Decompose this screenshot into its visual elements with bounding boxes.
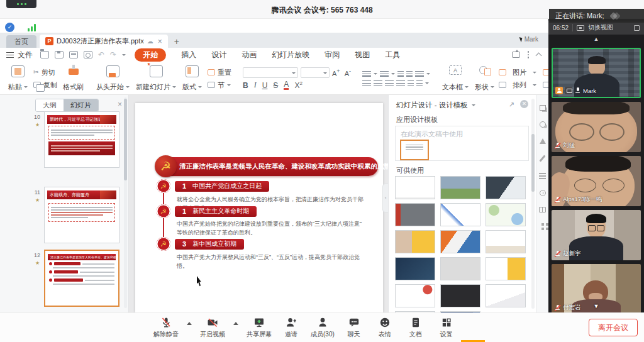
mic-options-arrow[interactable] [187, 322, 192, 325]
justify-icon[interactable] [396, 80, 405, 87]
textbox-button[interactable]: A 文本框 [439, 65, 472, 92]
bold-button[interactable]: B [243, 81, 248, 90]
reset-button[interactable]: 重置 [208, 68, 231, 77]
template-thumbnail[interactable] [395, 284, 435, 307]
expand-panel-icon[interactable]: ↗ [509, 101, 514, 109]
italic-button[interactable]: I [254, 80, 257, 90]
pen-icon[interactable] [539, 155, 545, 162]
template-thumbnail[interactable] [395, 257, 435, 280]
panel-collapse-handle[interactable]: ‹ [382, 184, 388, 212]
template-thumbnail[interactable] [486, 257, 526, 280]
menu-home[interactable]: 开始 [135, 48, 166, 62]
font-decrease-button[interactable]: A- [345, 68, 351, 77]
bullet-list-icon[interactable] [362, 71, 371, 77]
font-size-select[interactable] [301, 67, 330, 78]
template-thumbnail[interactable] [486, 284, 526, 307]
switch-view-button[interactable]: 切换视图 [588, 23, 613, 32]
collapse-ribbon-icon[interactable] [536, 53, 542, 59]
redo-icon[interactable]: ↷ [110, 50, 116, 59]
video-tile[interactable]: Alps173陈一鸣 [552, 156, 641, 206]
indent-decrease-icon[interactable] [397, 71, 404, 77]
video-tile[interactable]: 赵新宇 [552, 210, 641, 260]
triangle-icon[interactable] [540, 138, 546, 144]
align-right-icon[interactable] [385, 80, 394, 87]
template-thumbnail[interactable] [486, 203, 526, 226]
settings-button[interactable]: 设置 [435, 316, 458, 339]
print-icon[interactable] [69, 51, 78, 58]
menu-review[interactable]: 审阅 [325, 50, 340, 60]
book-icon[interactable] [539, 207, 546, 212]
save-icon[interactable] [55, 51, 64, 58]
superscript-button[interactable]: X2 [294, 80, 302, 90]
quickbar-dropdown-icon[interactable] [122, 54, 126, 56]
slide-thumbnail-12[interactable]: 清正廉洁作表率是党领导人民在革命、建设和改革成功实践中积累的成熟经验 [44, 250, 119, 307]
slide-banner[interactable]: ☭ 清正廉洁作表率是党领导人民在革命、建设和改革成功实践中积累的成熟经验 [157, 157, 378, 176]
section-button[interactable]: 节 [208, 80, 231, 90]
tab-slides[interactable]: 幻灯片 [64, 99, 98, 111]
align-center-icon[interactable] [374, 80, 382, 87]
template-thumbnail[interactable] [395, 230, 435, 253]
tab-close-icon[interactable]: × [158, 37, 162, 46]
undo-icon[interactable]: ↶ [98, 50, 104, 59]
menu-view[interactable]: 视图 [355, 50, 370, 60]
scroll-down-icon[interactable]: ▼ [548, 303, 644, 309]
template-thumbnail[interactable] [440, 203, 480, 226]
paste-button[interactable]: 粘贴 [5, 65, 31, 92]
editing-canvas[interactable]: ☭ 清正廉洁作表率是党领导人民在革命、建设和改革成功实践中积累的成熟经验 ☭ 1… [129, 95, 388, 312]
menu-insert[interactable]: 插入 [181, 50, 196, 60]
video-options-arrow[interactable] [233, 322, 238, 325]
columns-icon[interactable] [408, 80, 414, 87]
slide-page[interactable]: ☭ 清正廉洁作表率是党领导人民在革命、建设和改革成功实践中积累的成熟经验 ☭ 1… [135, 103, 383, 312]
start-video-button[interactable]: 开启视频 [200, 316, 225, 339]
font-increase-button[interactable]: A+ [332, 68, 340, 77]
close-panel-icon[interactable]: ✕ [520, 100, 528, 108]
list-icon[interactable] [539, 173, 546, 179]
play-from-start-button[interactable]: 从头开始 [93, 65, 133, 92]
grid-icon[interactable] [541, 223, 544, 226]
slide-item-3[interactable]: ☭ 3新中国成立初期 [157, 237, 244, 251]
clock-icon[interactable] [540, 190, 546, 196]
hamburger-menu-icon[interactable] [6, 52, 14, 58]
copy-button[interactable]: 复制 [33, 80, 57, 90]
shapes-icon[interactable] [540, 121, 546, 128]
template-thumbnail[interactable] [440, 176, 480, 199]
underline-button[interactable]: U [262, 81, 268, 90]
number-list-icon[interactable] [380, 71, 389, 77]
slide-item-1[interactable]: ☭ 1中国共产党自成立之日起 [157, 179, 269, 193]
share-screen-button[interactable]: 共享屏幕 [247, 316, 272, 339]
scroll-up-icon[interactable]: ▲ [548, 36, 644, 42]
template-thumbnail[interactable] [395, 176, 435, 199]
fullscreen-icon[interactable] [634, 25, 640, 31]
template-thumbnail[interactable] [440, 284, 480, 307]
panes-icon[interactable] [540, 105, 546, 111]
slide-thumbnail-11[interactable]: 水能载舟、亦能覆舟 [44, 187, 119, 243]
picture-button[interactable]: 图片 [499, 68, 536, 77]
invite-button[interactable]: 邀请 [280, 316, 303, 339]
design-scrollbar[interactable] [531, 99, 535, 309]
tab-document[interactable]: P DJ0032清正廉洁作表率.pptx ☁ × [40, 35, 168, 48]
preview-icon[interactable] [84, 51, 92, 58]
menu-file[interactable]: 文件 [18, 50, 33, 60]
template-thumbnail[interactable] [486, 176, 526, 199]
new-tab-button[interactable]: + [174, 36, 179, 48]
template-thumbnail[interactable] [395, 203, 435, 226]
format-painter-button[interactable]: 格式刷 [60, 65, 87, 92]
menu-tools[interactable]: 工具 [385, 50, 400, 60]
panel-close-icon[interactable]: × [118, 100, 122, 109]
font-color-button[interactable]: A [284, 81, 289, 90]
template-thumbnail[interactable] [440, 257, 480, 280]
line-spacing-icon[interactable] [415, 71, 424, 77]
current-template-thumbnail[interactable] [400, 140, 429, 160]
template-thumbnail[interactable] [440, 230, 480, 253]
share-icon[interactable] [512, 52, 520, 58]
slide-thumbnail-10[interactable]: 新时代，习近平总书记强调 [44, 111, 119, 168]
docs-button[interactable]: 文档 [404, 316, 427, 339]
open-icon[interactable] [40, 51, 49, 58]
strikethrough-button[interactable]: S [273, 81, 278, 90]
video-tile-mark[interactable]: Mark [552, 48, 641, 98]
unmute-button[interactable]: 解除静音 [153, 316, 179, 339]
slide-item-2[interactable]: ☭ 1新民主主义革命时期 [157, 204, 257, 218]
font-family-select[interactable] [243, 67, 298, 78]
layout-button[interactable]: 版式 [179, 65, 205, 92]
template-thumbnail[interactable] [486, 230, 526, 253]
